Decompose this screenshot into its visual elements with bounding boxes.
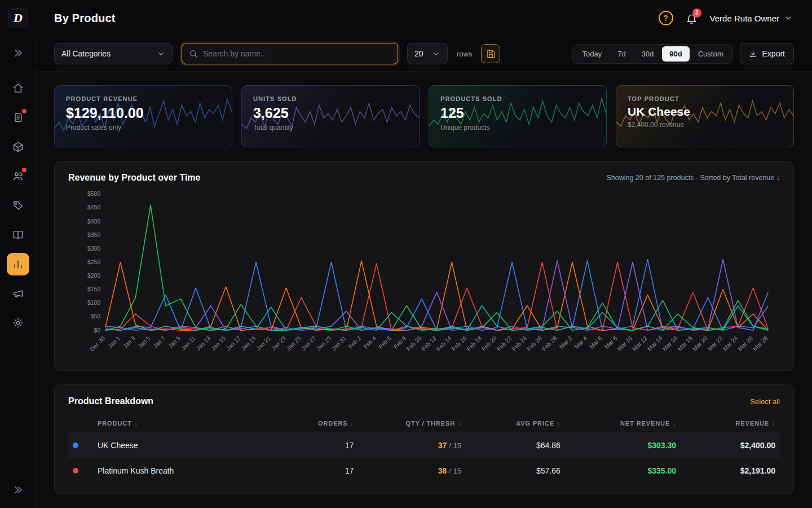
thresh-value: / 15 — [449, 467, 461, 475]
gear-icon — [12, 317, 24, 329]
product-color-dot[interactable] — [73, 468, 78, 474]
sidebar-item-products[interactable] — [7, 135, 29, 158]
top-header: D By Product ? 3 Verde Ruta Owner — [0, 0, 812, 36]
table-row[interactable]: UK Cheese1737 / 15$64.86$303.30$2,400.00 — [68, 432, 780, 458]
svg-text:Feb 2: Feb 2 — [347, 335, 363, 350]
sidebar-item-orders[interactable] — [7, 106, 29, 129]
sidebar-item-marketing[interactable] — [7, 282, 29, 305]
column-label: AVG PRICE — [516, 420, 554, 427]
main-area: All Categories 20 rows Today7d30d90dCust… — [36, 36, 812, 508]
range-button-90d[interactable]: 90d — [662, 46, 689, 62]
svg-text:Mar 28: Mar 28 — [752, 335, 769, 352]
svg-text:Feb 20: Feb 20 — [480, 335, 498, 352]
user-name: Verde Ruta Owner — [710, 14, 779, 23]
category-select[interactable]: All Categories — [54, 43, 173, 64]
stat-value: 3,625 — [253, 105, 408, 121]
orders-alert-dot — [22, 109, 27, 113]
export-button[interactable]: Export — [740, 43, 794, 64]
toolbar-right: Today7d30d90dCustom Export — [572, 43, 794, 64]
sidebar-expand-button[interactable] — [7, 42, 29, 64]
clipboard-icon — [12, 112, 24, 123]
column-header-net-revenue[interactable]: NET REVENUE↕ — [561, 420, 676, 427]
table-title: Product Breakdown — [68, 396, 153, 406]
column-header-revenue[interactable]: REVENUE↓ — [676, 420, 775, 427]
rows-label: rows — [457, 50, 472, 58]
svg-text:$100: $100 — [87, 300, 100, 306]
sidebar-item-settings[interactable] — [7, 312, 29, 334]
notifications-button[interactable]: 3 — [686, 12, 698, 24]
chevrons-right-icon — [13, 48, 23, 58]
range-button-30d[interactable]: 30d — [634, 46, 661, 62]
qty-value: 38 — [438, 466, 447, 475]
svg-text:Jan 21: Jan 21 — [255, 335, 272, 352]
cell-dot — [73, 441, 98, 450]
sidebar-item-home[interactable] — [7, 77, 29, 99]
user-menu[interactable]: Verde Ruta Owner — [710, 14, 793, 23]
cell-product: UK Cheese — [98, 441, 279, 450]
svg-text:Feb 18: Feb 18 — [466, 335, 483, 352]
stat-card: TOP PRODUCT UK Cheese $2,400.00 revenue — [616, 85, 794, 147]
sidebar-item-analytics[interactable] — [7, 253, 29, 275]
help-button[interactable]: ? — [659, 11, 673, 25]
svg-text:$350: $350 — [87, 232, 100, 238]
stat-subtitle: $2,400.00 revenue — [628, 121, 782, 129]
svg-text:Jan 27: Jan 27 — [301, 335, 317, 352]
svg-text:Mar 24: Mar 24 — [722, 335, 739, 352]
revenue-line-chart[interactable]: $0$50$100$150$200$250$300$350$400$450$50… — [68, 189, 780, 365]
column-header-product[interactable]: PRODUCT↕ — [98, 420, 279, 427]
stat-label: TOP PRODUCT — [628, 95, 782, 102]
header-actions: ? 3 Verde Ruta Owner — [659, 11, 812, 25]
stat-card: PRODUCT REVENUE $129,110.00 Product sale… — [54, 85, 232, 147]
stat-label: PRODUCT REVENUE — [66, 95, 220, 102]
svg-text:Jan 19: Jan 19 — [240, 335, 257, 352]
svg-text:Mar 18: Mar 18 — [677, 335, 694, 352]
range-button-today[interactable]: Today — [575, 46, 609, 62]
range-button-custom[interactable]: Custom — [691, 46, 731, 62]
svg-text:Feb 24: Feb 24 — [511, 335, 528, 352]
rows-select[interactable]: 20 — [407, 43, 448, 64]
save-view-button[interactable] — [481, 44, 500, 63]
search-input[interactable] — [203, 49, 391, 58]
cell-avg-price: $57.66 — [461, 466, 561, 475]
svg-text:Jan 23: Jan 23 — [270, 335, 287, 352]
stats-row: PRODUCT REVENUE $129,110.00 Product sale… — [54, 85, 794, 147]
column-label: NET REVENUE — [620, 420, 670, 427]
chevrons-right-icon — [13, 485, 23, 495]
logo-box: D — [0, 0, 36, 36]
search-icon — [189, 49, 198, 58]
sidebar-collapse-button[interactable] — [7, 479, 29, 501]
save-icon — [486, 49, 496, 59]
sidebar-item-tags[interactable] — [7, 194, 29, 217]
stat-subtitle: Product sales only — [66, 124, 220, 132]
svg-text:Jan 25: Jan 25 — [285, 335, 302, 352]
svg-text:Jan 11: Jan 11 — [180, 335, 196, 351]
product-color-dot[interactable] — [73, 443, 78, 448]
column-label: ORDERS — [318, 420, 347, 427]
svg-text:Jan 13: Jan 13 — [195, 335, 212, 352]
sidebar-item-customers[interactable] — [7, 165, 29, 187]
app-logo[interactable]: D — [8, 8, 28, 28]
svg-text:Jan 7: Jan 7 — [152, 335, 167, 349]
column-header-avg-price[interactable]: AVG PRICE↕ — [461, 420, 561, 427]
table-row[interactable]: Platinum Kush Breath1738 / 15$57.66$335.… — [68, 458, 780, 483]
download-icon — [749, 50, 757, 58]
table-body: UK Cheese1737 / 15$64.86$303.30$2,400.00… — [68, 432, 780, 483]
cell-product: Platinum Kush Breath — [98, 466, 279, 475]
notification-badge: 3 — [692, 8, 701, 17]
svg-text:Mar 4: Mar 4 — [573, 335, 589, 350]
svg-text:Mar 26: Mar 26 — [737, 335, 754, 352]
column-label: REVENUE — [736, 420, 769, 427]
svg-text:Mar 16: Mar 16 — [661, 335, 679, 352]
cell-net-revenue: $303.30 — [561, 441, 676, 450]
column-header-qty-thresh[interactable]: QTY / THRESH↕ — [354, 420, 461, 427]
sidebar — [0, 36, 36, 508]
cell-revenue: $2,191.00 — [676, 466, 775, 475]
svg-text:$200: $200 — [87, 273, 100, 279]
stat-value: $129,110.00 — [66, 105, 220, 121]
select-all-button[interactable]: Select all — [750, 397, 780, 406]
sort-indicator-icon: ↕ — [135, 421, 138, 427]
book-icon — [12, 229, 24, 240]
sidebar-item-library[interactable] — [7, 224, 29, 246]
range-button-7d[interactable]: 7d — [610, 46, 633, 62]
column-header-orders[interactable]: ORDERS↕ — [279, 420, 354, 427]
